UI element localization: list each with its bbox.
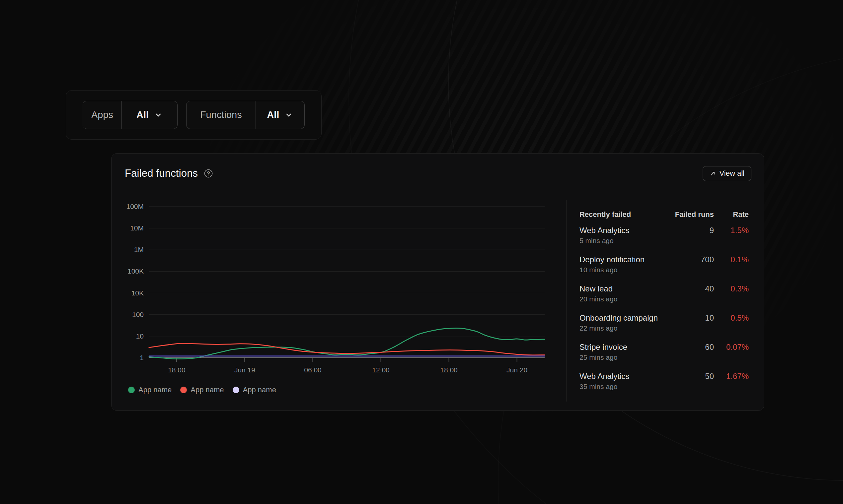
- chevron-down-icon: [154, 111, 162, 119]
- table-row[interactable]: Web Analytics35 mins ago501.67%: [580, 368, 749, 398]
- failure-rate: 0.5%: [714, 313, 749, 323]
- column-header-rate: Rate: [714, 210, 749, 219]
- function-name: Web Analytics: [580, 371, 671, 382]
- view-all-button[interactable]: View all: [703, 166, 752, 181]
- view-all-label: View all: [720, 169, 744, 178]
- failed-time-ago: 5 mins ago: [580, 236, 671, 246]
- function-name: Stripe invoice: [580, 342, 671, 353]
- failed-time-ago: 25 mins ago: [580, 353, 671, 362]
- failed-runs-count: 700: [671, 255, 714, 264]
- card-header: Failed functions ? View all: [125, 165, 752, 181]
- legend-label: App name: [138, 385, 172, 394]
- legend-item[interactable]: App name: [128, 385, 172, 394]
- svg-text:?: ?: [207, 170, 210, 177]
- function-name: Web Analytics: [580, 225, 671, 236]
- svg-text:12:00: 12:00: [372, 366, 390, 374]
- legend-dot-icon: [180, 386, 187, 393]
- legend-item[interactable]: App name: [233, 385, 276, 394]
- legend-label: App name: [190, 385, 224, 394]
- function-name: Deploy notification: [580, 254, 671, 265]
- failed-time-ago: 35 mins ago: [580, 382, 671, 392]
- apps-filter-selected: All: [136, 109, 149, 120]
- functions-filter-label: Functions: [187, 101, 256, 129]
- table-row[interactable]: New lead20 mins ago400.3%: [580, 281, 749, 310]
- chart-legend: App nameApp nameApp name: [128, 385, 276, 394]
- panel-divider: [567, 200, 567, 401]
- column-header-failed-runs: Failed runs: [671, 210, 714, 219]
- table-row[interactable]: Onboarding campaign22 mins ago100.5%: [580, 310, 749, 339]
- svg-text:18:00: 18:00: [168, 366, 186, 374]
- svg-text:06:00: 06:00: [304, 366, 322, 374]
- table-body: Web Analytics5 mins ago91.5%Deploy notif…: [580, 222, 749, 398]
- failed-runs-count: 50: [671, 372, 714, 381]
- failure-rate: 0.1%: [714, 255, 749, 264]
- failure-rate: 0.07%: [714, 343, 749, 352]
- apps-filter-dropdown[interactable]: Apps All: [83, 101, 177, 129]
- table-row[interactable]: Web Analytics5 mins ago91.5%: [580, 222, 749, 252]
- svg-text:1: 1: [140, 354, 144, 361]
- svg-text:10K: 10K: [132, 289, 144, 297]
- failed-functions-chart: 100M10M1M100K10K10010118:00Jun 1906:0012…: [118, 193, 566, 379]
- legend-item[interactable]: App name: [180, 385, 224, 394]
- card-title: Failed functions: [125, 167, 198, 179]
- svg-text:1M: 1M: [134, 246, 144, 253]
- functions-filter-value: All: [256, 101, 304, 129]
- legend-dot-icon: [233, 386, 239, 393]
- chart-line-series: [149, 328, 545, 359]
- failed-functions-card: Failed functions ? View all 100M10M1M100…: [111, 153, 764, 411]
- table-row[interactable]: Deploy notification10 mins ago7000.1%: [580, 252, 749, 281]
- functions-filter-selected: All: [267, 109, 279, 120]
- failed-time-ago: 10 mins ago: [580, 265, 671, 275]
- svg-text:100M: 100M: [126, 203, 144, 210]
- failure-rate: 1.67%: [714, 372, 749, 381]
- help-icon[interactable]: ?: [203, 168, 214, 179]
- table-header-row: Recently failed Failed runs Rate: [580, 206, 749, 222]
- legend-label: App name: [243, 385, 276, 394]
- legend-dot-icon: [128, 386, 135, 393]
- recently-failed-table: Recently failed Failed runs Rate Web Ana…: [580, 206, 749, 398]
- apps-filter-value: All: [122, 101, 177, 129]
- table-row[interactable]: Stripe invoice25 mins ago600.07%: [580, 339, 749, 368]
- chart-line-series: [149, 343, 545, 355]
- failed-time-ago: 20 mins ago: [580, 294, 671, 304]
- functions-filter-dropdown[interactable]: Functions All: [186, 101, 305, 129]
- filters-panel: Apps All Functions All: [66, 90, 322, 140]
- svg-text:18:00: 18:00: [440, 366, 458, 374]
- failure-rate: 1.5%: [714, 226, 749, 235]
- failed-runs-count: 9: [671, 226, 714, 235]
- failed-runs-count: 40: [671, 284, 714, 293]
- function-name: New lead: [580, 284, 671, 294]
- function-name: Onboarding campaign: [580, 313, 671, 323]
- failed-runs-count: 60: [671, 343, 714, 352]
- chevron-down-icon: [285, 111, 293, 119]
- arrow-up-right-icon: [709, 170, 716, 177]
- apps-filter-label: Apps: [83, 101, 122, 129]
- svg-text:100: 100: [132, 311, 144, 318]
- svg-text:100K: 100K: [127, 267, 144, 275]
- svg-text:10M: 10M: [130, 224, 144, 232]
- column-header-recently-failed: Recently failed: [580, 210, 671, 219]
- svg-text:Jun 19: Jun 19: [234, 366, 255, 374]
- svg-text:Jun 20: Jun 20: [506, 366, 527, 374]
- failed-time-ago: 22 mins ago: [580, 323, 671, 333]
- failure-rate: 0.3%: [714, 284, 749, 293]
- failed-runs-count: 10: [671, 313, 714, 323]
- svg-text:10: 10: [136, 332, 144, 340]
